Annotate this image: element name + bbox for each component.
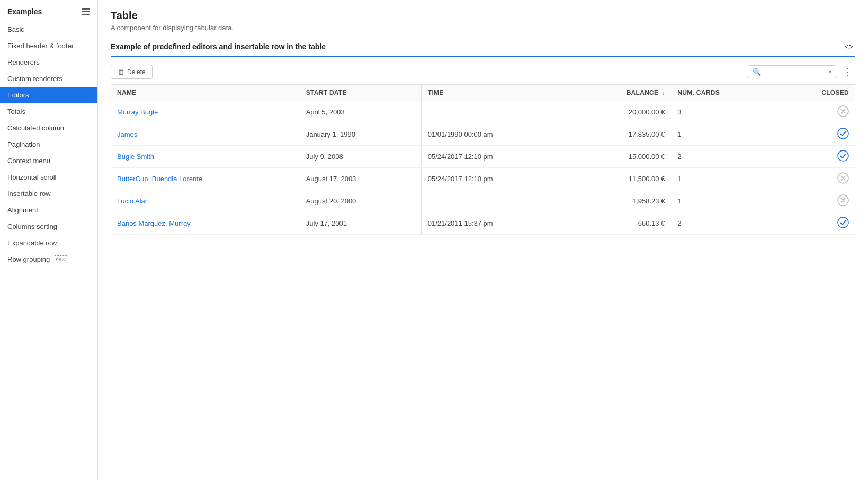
cell-name: Banos Marquez, Murray	[111, 212, 300, 235]
cross-icon	[837, 194, 849, 206]
col-header-start_date: Start date	[300, 85, 422, 101]
sidebar-item-label: Editors	[7, 91, 29, 99]
cell-balance: 17,835.00 €	[572, 123, 671, 146]
cell-closed	[777, 146, 855, 168]
cell-time: 05/24/2017 12:10 pm	[421, 168, 572, 190]
sidebar-item-label: Horizontal scroll	[7, 173, 56, 181]
sidebar-item-pagination[interactable]: Pagination	[0, 136, 97, 153]
svg-point-2	[838, 150, 848, 161]
cell-num-cards: 3	[671, 101, 777, 123]
table-row[interactable]: JamesJanuary 1, 199001/01/1990 00:00 am1…	[111, 123, 855, 146]
sidebar-item-row-grouping[interactable]: Row groupingnew	[0, 251, 97, 268]
sidebar-nav: BasicFixed header & footerRenderersCusto…	[0, 21, 97, 268]
sidebar: Examples BasicFixed header & footerRende…	[0, 0, 98, 480]
sidebar-item-label: Custom renderers	[7, 75, 62, 83]
sidebar-item-label: Calculated column	[7, 124, 64, 132]
cell-time: 05/24/2017 12:10 pm	[421, 146, 572, 168]
col-header-closed: Closed	[777, 85, 855, 101]
table-row[interactable]: Banos Marquez, MurrayJuly 17, 200101/21/…	[111, 212, 855, 235]
table-row[interactable]: Lucio AlanAugust 20, 20001,958.23 €1	[111, 190, 855, 212]
table-toolbar: 🗑 Delete 🔍 ▾ ⋮	[111, 65, 855, 79]
sidebar-title: Examples	[7, 7, 42, 16]
delete-icon: 🗑	[118, 68, 124, 76]
cell-balance: 11,500.00 €	[572, 168, 671, 190]
sort-icon: ↓	[662, 90, 665, 96]
delete-label: Delete	[127, 68, 146, 76]
cell-balance: 1,958.23 €	[572, 190, 671, 212]
sidebar-item-alignment[interactable]: Alignment	[0, 202, 97, 218]
cell-time: 01/21/2011 15:37 pm	[421, 212, 572, 235]
sidebar-item-columns-sorting[interactable]: Columns sorting	[0, 218, 97, 235]
section-actions: <>	[843, 41, 855, 52]
sidebar-item-label: Alignment	[7, 206, 38, 214]
sidebar-item-renderers[interactable]: Renderers	[0, 54, 97, 70]
search-dropdown-icon[interactable]: ▾	[829, 69, 831, 75]
cell-balance: 15,000.00 €	[572, 146, 671, 168]
cell-closed	[777, 123, 855, 146]
hamburger-icon[interactable]	[82, 8, 90, 15]
search-input[interactable]	[763, 68, 827, 76]
page-subtitle: A component for displaying tabular data.	[111, 24, 855, 32]
cell-time	[421, 101, 572, 123]
sidebar-item-expandable-row[interactable]: Expandable row	[0, 235, 97, 251]
svg-point-1	[838, 128, 848, 139]
sidebar-item-label: Fixed header & footer	[7, 42, 74, 50]
cell-closed	[777, 212, 855, 235]
page-title: Table	[111, 10, 855, 22]
cell-start-date: August 17, 2003	[300, 168, 422, 190]
main-content: Table A component for displaying tabular…	[98, 0, 868, 480]
cell-num-cards: 1	[671, 190, 777, 212]
sidebar-item-label: Pagination	[7, 140, 40, 148]
new-badge: new	[53, 255, 68, 263]
cell-time: 01/01/1990 00:00 am	[421, 123, 572, 146]
cell-num-cards: 1	[671, 168, 777, 190]
search-box: 🔍 ▾	[748, 65, 836, 78]
sidebar-item-label: Totals	[7, 108, 25, 115]
sidebar-item-insertable-row[interactable]: Insertable row	[0, 185, 97, 202]
toolbar-right: 🔍 ▾ ⋮	[748, 65, 855, 79]
table-row[interactable]: ButterCup, Buendia LorenteAugust 17, 200…	[111, 168, 855, 190]
more-options-button[interactable]: ⋮	[839, 65, 855, 79]
cell-start-date: July 9, 2008	[300, 146, 422, 168]
col-header-time: TIME	[421, 85, 572, 101]
cell-closed	[777, 168, 855, 190]
search-icon: 🔍	[753, 68, 761, 76]
sidebar-item-label: Row grouping	[7, 255, 50, 263]
col-header-balance[interactable]: Balance ↓	[572, 85, 671, 101]
cell-name: Murray Bugle	[111, 101, 300, 123]
section-header: Example of predefined editors and insert…	[111, 41, 855, 57]
sidebar-item-fixed-header-footer[interactable]: Fixed header & footer	[0, 38, 97, 54]
sidebar-item-label: Basic	[7, 25, 24, 33]
toolbar-left: 🗑 Delete	[111, 65, 153, 79]
section-title: Example of predefined editors and insert…	[111, 42, 326, 51]
data-table: NameStart dateTIMEBalance ↓Num. CardsClo…	[111, 84, 855, 235]
sidebar-header: Examples	[0, 0, 97, 21]
cell-start-date: August 20, 2000	[300, 190, 422, 212]
cell-balance: 20,000.00 €	[572, 101, 671, 123]
check-icon	[837, 128, 849, 139]
cell-name: ButterCup, Buendia Lorente	[111, 168, 300, 190]
sidebar-item-custom-renderers[interactable]: Custom renderers	[0, 70, 97, 87]
sidebar-item-editors[interactable]: Editors	[0, 87, 97, 103]
svg-point-5	[838, 217, 848, 228]
cell-num-cards: 2	[671, 212, 777, 235]
code-toggle-button[interactable]: <>	[843, 41, 855, 52]
cell-name: Lucio Alan	[111, 190, 300, 212]
cell-closed	[777, 101, 855, 123]
sidebar-item-totals[interactable]: Totals	[0, 103, 97, 120]
check-icon	[837, 150, 849, 162]
cell-balance: 660.13 €	[572, 212, 671, 235]
table-row[interactable]: Bugle SmithJuly 9, 200805/24/2017 12:10 …	[111, 146, 855, 168]
delete-button[interactable]: 🗑 Delete	[111, 65, 153, 79]
cell-start-date: April 5, 2003	[300, 101, 422, 123]
cell-start-date: July 17, 2001	[300, 212, 422, 235]
sidebar-item-horizontal-scroll[interactable]: Horizontal scroll	[0, 169, 97, 185]
cell-num-cards: 1	[671, 123, 777, 146]
sidebar-item-label: Insertable row	[7, 190, 51, 198]
cross-icon	[837, 172, 849, 184]
sidebar-item-context-menu[interactable]: Context menu	[0, 153, 97, 169]
sidebar-item-basic[interactable]: Basic	[0, 21, 97, 38]
table-row[interactable]: Murray BugleApril 5, 200320,000.00 €3	[111, 101, 855, 123]
sidebar-item-calculated-column[interactable]: Calculated column	[0, 120, 97, 136]
cell-time	[421, 190, 572, 212]
